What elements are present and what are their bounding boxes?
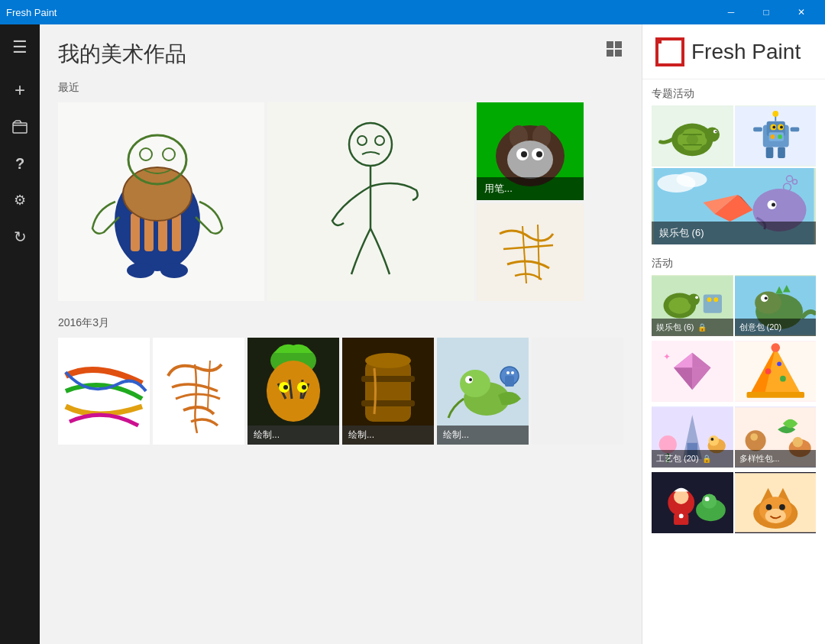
svg-rect-30 [477,203,584,301]
new-button[interactable]: + [3,73,37,107]
march-item-2[interactable] [153,338,244,445]
svg-rect-77 [790,127,799,131]
fresh-paint-logo-icon [655,37,685,67]
maximize-button[interactable]: □ [749,0,784,24]
svg-point-85 [677,172,707,187]
recent-item-3[interactable]: 用笔... [477,102,584,200]
close-button[interactable]: ✕ [784,0,819,24]
app-logo-area: Fresh Paint [642,24,825,79]
titlebar: Fresh Paint ─ □ ✕ [0,0,825,24]
svg-rect-56 [657,39,662,44]
svg-text:✦: ✦ [663,351,671,361]
march-item-5[interactable]: 绘制... [437,338,529,445]
activity-grid: 娱乐包 (6) 🔒 [642,275,825,336]
craft-grid: 工艺包 (20) 🔒 多样性包... [642,405,825,469]
featured-turtle[interactable] [652,105,733,167]
diverse-pack-label: 多样性包... [735,450,817,468]
svg-rect-2 [615,41,622,48]
sync-button[interactable]: ↻ [3,220,37,254]
svg-point-47 [460,370,490,397]
svg-point-102 [713,297,718,302]
minimize-button[interactable]: ─ [713,0,749,24]
march-item-6[interactable] [532,338,623,445]
march-item-4[interactable]: 绘制... [342,338,434,445]
featured-origami[interactable]: 娱乐包 (6) [652,168,816,244]
grid-toggle-button[interactable] [605,40,623,58]
svg-rect-54 [532,338,623,445]
svg-point-105 [755,292,781,314]
help-button[interactable]: ? [3,147,37,180]
svg-rect-3 [607,50,613,57]
recent-item-4[interactable] [477,203,584,301]
svg-rect-51 [505,376,514,387]
svg-rect-76 [753,127,762,131]
svg-point-39 [302,385,306,390]
craft-pack[interactable]: 工艺包 (20) 🔒 [652,406,733,468]
menu-button[interactable]: ☰ [3,31,37,64]
svg-point-140 [679,514,684,519]
app-title: Fresh Paint [6,7,57,18]
main-content: 我的美术作品 最近 [40,24,642,644]
svg-point-44 [365,353,411,368]
right-panel: Fresh Paint 专题活动 [642,24,825,644]
featured-title: 专题活动 [642,79,825,105]
svg-point-49 [469,378,472,381]
featured-origami-label: 娱乐包 (6) [652,222,816,244]
recent-item-2[interactable] [267,102,474,301]
svg-point-97 [668,297,691,313]
lock-icon-craft: 🔒 [702,455,711,463]
svg-point-129 [709,435,720,446]
march-label: 2016年3月 [58,316,623,330]
march-item-5-label: 绘制... [437,426,529,445]
recent-item-1[interactable] [58,102,264,301]
recent-right: 用笔... [477,102,584,301]
svg-point-82 [778,134,782,139]
svg-point-53 [511,371,514,374]
svg-point-149 [765,509,785,523]
open-button[interactable] [3,110,37,144]
march-item-1[interactable] [58,338,150,445]
svg-point-60 [687,134,698,145]
party-gem[interactable]: ✦ [652,341,733,402]
svg-point-72 [772,125,775,128]
featured-top-grid [642,105,825,167]
page-title: 我的美术作品 [58,40,623,69]
featured-wide-area: 娱乐包 (6) [642,167,825,249]
march-item-3[interactable]: 绘制... [247,338,339,445]
last-item-2[interactable] [735,472,817,533]
activity-entertainment-label: 娱乐包 (6) 🔒 [652,319,733,336]
svg-point-142 [702,494,717,508]
svg-point-98 [688,294,699,306]
svg-point-7 [127,263,154,278]
diverse-pack[interactable]: 多样性包... [735,406,817,468]
titlebar-controls: ─ □ ✕ [713,0,819,24]
activity-creative[interactable]: 创意包 (20) [735,275,817,336]
march-item-4-label: 绘制... [342,426,434,445]
svg-rect-4 [615,50,622,57]
svg-point-28 [521,151,527,157]
last-item-1[interactable] [652,472,733,533]
activities-title: 活动 [642,249,825,275]
svg-point-124 [771,343,780,352]
svg-point-121 [777,361,781,366]
svg-point-81 [770,134,775,139]
svg-point-61 [705,127,720,141]
svg-point-132 [745,430,765,451]
svg-point-75 [772,111,778,117]
svg-rect-42 [361,376,415,382]
featured-robot[interactable] [735,105,817,167]
svg-point-99 [695,296,698,299]
settings-button[interactable]: ⚙ [3,183,37,217]
svg-point-135 [792,437,803,448]
activity-entertainment[interactable]: 娱乐包 (6) 🔒 [652,275,733,336]
lock-icon: 🔒 [697,323,707,332]
party-hat[interactable] [735,341,817,402]
svg-point-122 [780,376,786,382]
sidebar: ☰ + ? ⚙ ↻ [0,24,40,644]
svg-rect-32 [153,338,244,445]
recent-item-3-label: 用笔... [477,177,584,200]
svg-point-143 [705,497,710,501]
svg-rect-41 [365,361,411,422]
svg-point-8 [160,263,188,278]
march-item-3-label: 绘制... [247,426,339,445]
